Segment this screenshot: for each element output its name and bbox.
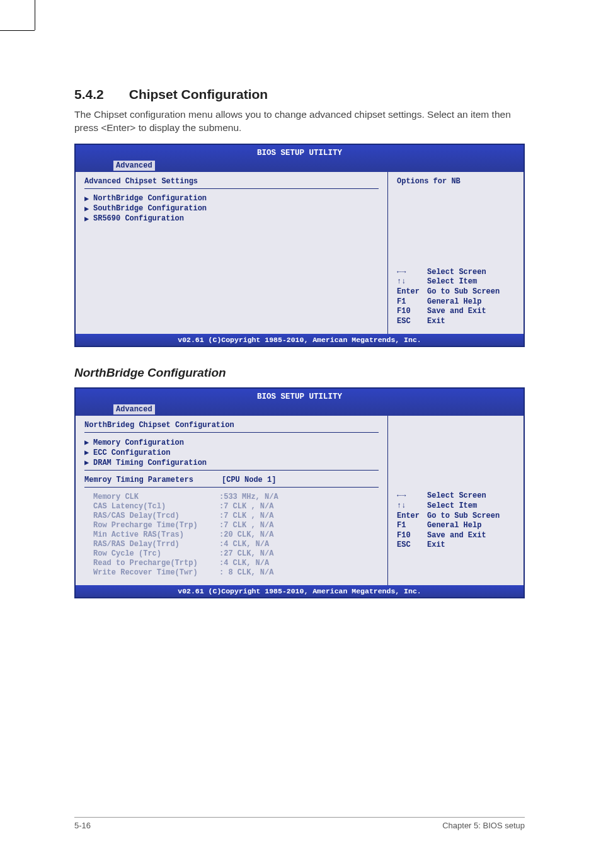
help-key: F10 (397, 307, 427, 317)
separator (84, 487, 379, 488)
bios-left-pane: NorthBrideg Chipset Configuration ▶Memor… (76, 416, 388, 585)
bios-tab-advanced[interactable]: Advanced (113, 161, 155, 171)
bios-right-pane: Options for NB ←→Select Screen ↑↓Select … (388, 172, 524, 334)
param-value: :27 CLK, N/A (219, 549, 273, 559)
help-text: Exit (427, 540, 445, 551)
help-text: Select Screen (427, 491, 486, 501)
menu-item-northbridge[interactable]: ▶NorthBridge Configuration (84, 194, 379, 203)
help-key: ↑↓ (397, 277, 427, 287)
menu-label: ECC Configuration (93, 448, 170, 457)
param-row: Write Recover Time(Twr): 8 CLK, N/A (93, 568, 379, 578)
bios-help: ←→Select Screen ↑↓Select Item EnterGo to… (397, 491, 517, 551)
menu-item-ecc[interactable]: ▶ECC Configuration (84, 448, 379, 457)
help-key: ←→ (397, 491, 427, 501)
param-value: : 8 CLK, N/A (219, 568, 273, 578)
param-value: :4 CLK, N/A (219, 540, 269, 549)
right-pane-title: Options for NB (397, 177, 517, 186)
param-label: Min Active RAS(Tras) (93, 530, 219, 540)
help-row: F1General Help (397, 521, 517, 531)
help-key: ←→ (397, 268, 427, 278)
param-row: Row Precharge Time(Trp):7 CLK , N/A (93, 521, 379, 530)
help-key: F1 (397, 297, 427, 307)
separator (84, 470, 379, 471)
param-row: Memory CLK:533 MHz, N/A (93, 493, 379, 502)
menu-item-dram[interactable]: ▶DRAM Timing Configuration (84, 458, 379, 467)
bios-subheading: NorthBrideg Chipset Configuration (84, 421, 379, 430)
bios-tabs: Advanced (76, 159, 524, 172)
separator (84, 188, 379, 189)
bios-header: BIOS SETUP UTILITY Advanced (76, 145, 524, 172)
bios-screen-northbridge: BIOS SETUP UTILITY Advanced NorthBrideg … (74, 387, 525, 598)
chevron-right-icon: ▶ (84, 448, 93, 457)
param-value: :7 CLK , N/A (219, 511, 273, 521)
help-row: ←→Select Screen (397, 491, 517, 501)
param-label: Memory CLK (93, 493, 219, 502)
menu-item-memory[interactable]: ▶Memory Configuration (84, 438, 379, 447)
help-text: Save and Exit (427, 531, 486, 541)
param-value: :7 CLK , N/A (219, 502, 273, 511)
bios-body: NorthBrideg Chipset Configuration ▶Memor… (76, 416, 524, 585)
bios-title: BIOS SETUP UTILITY (76, 391, 524, 403)
help-key: Enter (397, 511, 427, 522)
param-value: :4 CLK, N/A (219, 559, 269, 568)
help-text: Go to Sub Screen (427, 287, 500, 297)
help-row: EnterGo to Sub Screen (397, 511, 517, 522)
chevron-right-icon: ▶ (84, 214, 93, 224)
help-row: F10Save and Exit (397, 531, 517, 541)
bios-help: ←→Select Screen ↑↓Select Item EnterGo to… (397, 268, 517, 327)
chapter-label: Chapter 5: BIOS setup (442, 821, 525, 830)
menu-label: DRAM Timing Configuration (93, 459, 207, 467)
param-row: RAS/RAS Delay(Trrd):4 CLK, N/A (93, 540, 379, 549)
menu-item-southbridge[interactable]: ▶SouthBridge Configuration (84, 204, 379, 214)
param-value: :20 CLK, N/A (219, 530, 273, 540)
bios-subheading: Advanced Chipset Settings (84, 177, 379, 186)
menu-label: SR5690 Configuration (93, 214, 184, 223)
help-row: ESCExit (397, 317, 517, 327)
menu-label: Memory Configuration (93, 438, 184, 447)
chevron-right-icon: ▶ (84, 194, 93, 203)
param-label: Row Cycle (Trc) (93, 549, 219, 559)
help-text: Exit (427, 317, 445, 327)
bios-screen-chipset: BIOS SETUP UTILITY Advanced Advanced Chi… (74, 144, 525, 348)
param-row: CAS Latency(Tcl):7 CLK , N/A (93, 502, 379, 511)
page-footer: 5-16 Chapter 5: BIOS setup (74, 817, 525, 830)
bios-tabs: Advanced (76, 403, 524, 416)
help-row: ↑↓Select Item (397, 501, 517, 511)
help-key: ESC (397, 540, 427, 551)
bios-tab-advanced[interactable]: Advanced (113, 404, 155, 414)
section-number: 5.4.2 (74, 87, 104, 102)
timing-label: Memroy Timing Parameters (84, 476, 222, 484)
dim-params: Memory CLK:533 MHz, N/A CAS Latency(Tcl)… (84, 493, 379, 578)
param-row: Min Active RAS(Tras):20 CLK, N/A (93, 530, 379, 540)
timing-param-row[interactable]: Memroy Timing Parameters [CPU Node 1] (84, 476, 379, 484)
param-value: :7 CLK , N/A (219, 521, 273, 530)
help-row: ↑↓Select Item (397, 277, 517, 287)
bios-footer: v02.61 (C)Copyright 1985-2010, American … (76, 585, 524, 597)
section-heading: 5.4.2Chipset Configuration (74, 87, 525, 102)
page-number: 5-16 (74, 821, 91, 830)
help-text: Select Item (427, 277, 477, 287)
page-content: 5.4.2Chipset Configuration The Chipset c… (74, 87, 525, 598)
help-text: Go to Sub Screen (427, 511, 500, 522)
param-label: RAS/RAS Delay(Trrd) (93, 540, 219, 549)
param-row: RAS/CAS Delay(Trcd):7 CLK , N/A (93, 511, 379, 521)
menu-item-sr5690[interactable]: ▶SR5690 Configuration (84, 214, 379, 224)
help-row: ESCExit (397, 540, 517, 551)
help-text: Save and Exit (427, 307, 486, 317)
help-text: General Help (427, 521, 481, 531)
bios-header: BIOS SETUP UTILITY Advanced (76, 389, 524, 416)
chevron-right-icon: ▶ (84, 458, 93, 467)
param-value: :533 MHz, N/A (219, 493, 278, 502)
bios-title: BIOS SETUP UTILITY (76, 147, 524, 159)
param-label: RAS/CAS Delay(Trcd) (93, 511, 219, 521)
help-row: EnterGo to Sub Screen (397, 287, 517, 297)
chevron-right-icon: ▶ (84, 438, 93, 447)
separator (84, 432, 379, 433)
bios-body: Advanced Chipset Settings ▶NorthBridge C… (76, 172, 524, 334)
help-key: Enter (397, 287, 427, 297)
help-text: General Help (427, 297, 481, 307)
section-title: Chipset Configuration (129, 87, 268, 101)
help-row: F1General Help (397, 297, 517, 307)
subsection-heading: NorthBridge Configuration (74, 366, 525, 380)
chevron-right-icon: ▶ (84, 204, 93, 214)
